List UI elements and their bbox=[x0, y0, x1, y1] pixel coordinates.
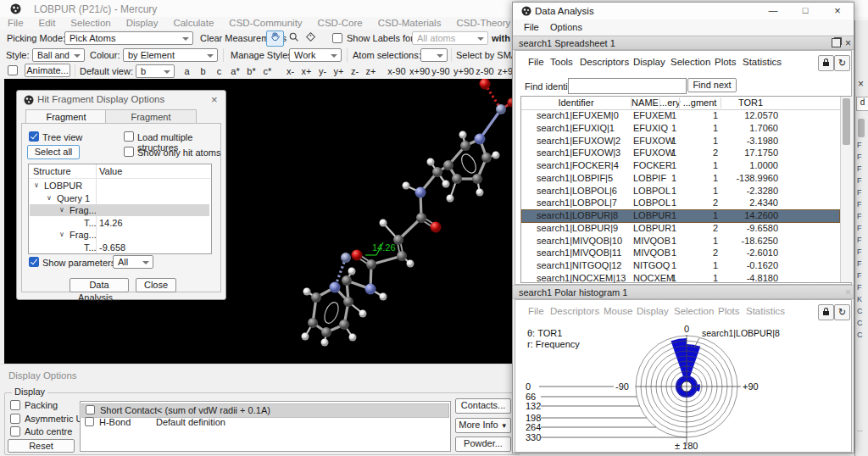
style-dropdown[interactable]: Ball and Stick bbox=[32, 48, 85, 62]
axis-z+[interactable]: z+ bbox=[364, 66, 377, 76]
ss-menu-descriptors[interactable]: Descriptors bbox=[580, 57, 629, 67]
tree-row[interactable]: T...-9.658 bbox=[30, 242, 209, 253]
table-row[interactable]: search1|MIVQOB|11MIVQOB12-2.6010 bbox=[522, 247, 839, 259]
table-row[interactable]: search1|LOBPUR|8LOBPUR1114.2600 bbox=[522, 210, 839, 222]
atom-N5[interactable] bbox=[330, 282, 341, 293]
atom-H16[interactable] bbox=[303, 288, 311, 296]
ph-menu-display[interactable]: Display bbox=[637, 306, 669, 316]
atom-H5[interactable] bbox=[492, 152, 500, 159]
atom-H10[interactable] bbox=[380, 293, 387, 301]
chevron-down-icon[interactable]: ∨ bbox=[34, 181, 39, 189]
view-a*[interactable]: a* bbox=[229, 66, 242, 76]
default-view-dropdown[interactable]: b bbox=[136, 64, 175, 78]
ph-menu-plots[interactable]: Plots bbox=[718, 306, 740, 316]
column-header-gment[interactable]: ...gment bbox=[679, 97, 721, 108]
show-parameters-dropdown[interactable]: All bbox=[113, 255, 153, 269]
spreadsheet-titlebar[interactable]: search1 Spreadsheet 1 × bbox=[513, 36, 854, 50]
pan-hand-icon[interactable] bbox=[266, 31, 284, 47]
contacts-list[interactable]: Short Contact< (sum of vdW radii + 0.1A)… bbox=[80, 401, 451, 452]
ss-menu-file[interactable]: File bbox=[528, 57, 544, 67]
ss-menu-selection[interactable]: Selection bbox=[670, 57, 710, 67]
contact-checkbox[interactable] bbox=[85, 417, 94, 426]
atom-H11[interactable] bbox=[348, 268, 356, 275]
table-row[interactable]: search1|EFUXOW|2EFUXOW11-3.1980 bbox=[522, 136, 839, 147]
atom-N6[interactable] bbox=[341, 253, 351, 263]
menu-calculate[interactable]: Calculate bbox=[165, 17, 221, 29]
more-info-button[interactable]: More Info ▼ bbox=[455, 418, 511, 433]
atom-H6a[interactable] bbox=[427, 158, 435, 166]
picking-mode-dropdown[interactable]: Pick Atoms bbox=[64, 31, 193, 45]
atom-N4[interactable] bbox=[365, 284, 376, 295]
panel-tab[interactable]: d bbox=[856, 97, 868, 111]
column-header-NAME[interactable]: NAME bbox=[631, 97, 659, 108]
tree-row[interactable]: ∨Query 1 bbox=[30, 192, 209, 204]
data-analysis-button[interactable]: Data Analysis... bbox=[70, 278, 129, 292]
float-window-icon[interactable] bbox=[832, 38, 841, 47]
dialog-close-icon[interactable]: × bbox=[211, 93, 218, 106]
close-icon[interactable]: × bbox=[825, 3, 850, 19]
show-labels-checkbox[interactable] bbox=[332, 33, 342, 43]
tab-fragment-selection[interactable]: Fragment Selection bbox=[25, 109, 107, 124]
atom-H15[interactable] bbox=[302, 333, 309, 341]
panel-close-icon[interactable]: × bbox=[858, 78, 864, 90]
table-row[interactable]: search1|MIVQOB|10MIVQOB11-18.6250 bbox=[522, 236, 839, 247]
atom-C4[interactable] bbox=[472, 174, 482, 184]
rotate-y-90[interactable]: y-90 bbox=[431, 66, 450, 76]
polar-titlebar[interactable]: search1 Polar histogram 1 × bbox=[513, 285, 854, 299]
atom-C12[interactable] bbox=[343, 297, 353, 307]
tree-row[interactable]: ∨LOBPUR bbox=[30, 180, 209, 192]
colour-dropdown[interactable]: by Element bbox=[123, 48, 218, 62]
axis-x+[interactable]: x+ bbox=[300, 66, 313, 76]
ss-menu-statistics[interactable]: Statistics bbox=[743, 57, 782, 67]
atom-C10[interactable] bbox=[366, 259, 376, 270]
menu-edit[interactable]: Edit bbox=[31, 17, 64, 29]
atom-C6[interactable] bbox=[432, 167, 442, 177]
labels-target-dropdown[interactable]: All atoms bbox=[412, 31, 488, 45]
atom-selections-dropdown[interactable] bbox=[420, 48, 448, 62]
lock-icon[interactable] bbox=[818, 55, 834, 71]
da-menu-file[interactable]: File bbox=[524, 22, 539, 32]
axis-y+[interactable]: y+ bbox=[332, 66, 345, 76]
axis-z-[interactable]: z- bbox=[348, 66, 361, 76]
scrollbar-thumb[interactable] bbox=[843, 98, 850, 145]
atom-H1[interactable] bbox=[459, 131, 467, 139]
find-next-button[interactable]: Find next bbox=[687, 78, 737, 92]
rotate-x-90[interactable]: x-90 bbox=[387, 66, 406, 76]
show-parameters-checkbox[interactable] bbox=[29, 257, 39, 267]
atom-C2[interactable] bbox=[443, 160, 453, 170]
atom-H12[interactable] bbox=[359, 310, 367, 318]
panel-scrollbar-thumb[interactable] bbox=[858, 119, 865, 137]
lock-icon[interactable] bbox=[818, 304, 834, 320]
atom-H4[interactable] bbox=[476, 189, 484, 197]
menu-csd-theory[interactable]: CSD-Theory bbox=[448, 17, 518, 29]
rotate-z-90[interactable]: z-90 bbox=[476, 66, 494, 76]
ph-menu-mouse[interactable]: Mouse bbox=[604, 306, 633, 316]
rotate-x+90[interactable]: x+90 bbox=[409, 66, 428, 76]
spreadsheet-close-icon[interactable]: × bbox=[845, 36, 851, 50]
results-table[interactable]: IdentifierNAME...ery...gmentTOR1search1|… bbox=[520, 96, 851, 283]
view-a[interactable]: a bbox=[181, 66, 193, 76]
atom-N2[interactable] bbox=[475, 134, 486, 145]
table-row[interactable]: search1|NITGOQ|12NITGOQ11-0.1620 bbox=[522, 260, 839, 272]
ph-menu-selection[interactable]: Selection bbox=[674, 306, 714, 316]
load-multiple-checkbox[interactable] bbox=[124, 131, 134, 142]
table-scrollbar[interactable] bbox=[840, 97, 852, 282]
tree-view-checkbox[interactable] bbox=[29, 131, 39, 142]
contact-checkbox[interactable] bbox=[86, 405, 95, 414]
column-header-Identifier[interactable]: Identifier bbox=[521, 97, 631, 108]
checkbox-asymmetric-unit[interactable] bbox=[10, 414, 20, 424]
show-only-hit-atoms-checkbox[interactable] bbox=[124, 147, 134, 157]
atom-O4[interactable] bbox=[352, 250, 363, 261]
find-identifier-input[interactable] bbox=[568, 78, 687, 94]
table-row[interactable]: search1|EFUXEM|0EFUXEM1112.0570 bbox=[522, 110, 839, 122]
view-b*[interactable]: b* bbox=[245, 66, 258, 76]
contacts-button[interactable]: Contacts... bbox=[455, 398, 511, 414]
atom-H7[interactable] bbox=[403, 182, 410, 190]
atom-H8[interactable] bbox=[380, 220, 387, 227]
atom-H9[interactable] bbox=[407, 260, 415, 268]
atom-C7[interactable] bbox=[416, 213, 426, 223]
animate-button[interactable]: Animate... bbox=[25, 64, 70, 77]
ss-menu-display[interactable]: Display bbox=[633, 57, 665, 67]
atom-C3[interactable] bbox=[452, 174, 462, 184]
view-b[interactable]: b bbox=[197, 66, 209, 76]
